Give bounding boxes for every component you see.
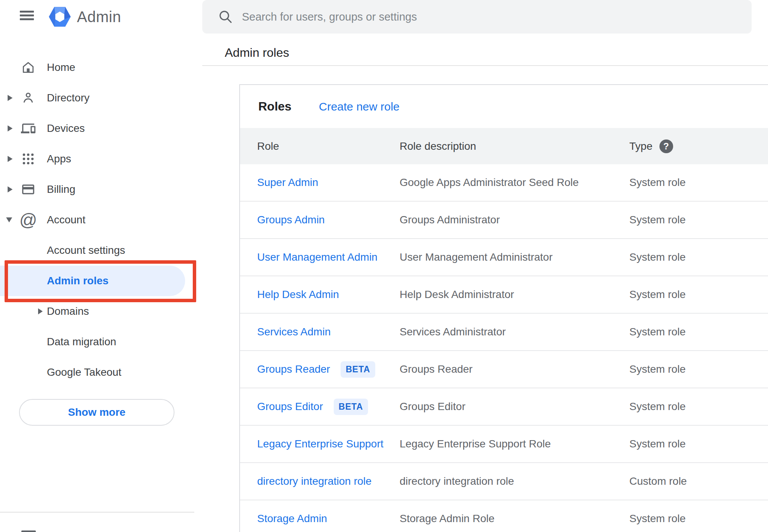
sidebar-item-admin-roles[interactable]: Admin roles: [0, 266, 185, 296]
header-divider: [202, 65, 768, 66]
beta-badge: BETA: [341, 361, 375, 378]
sidebar-item-directory[interactable]: Directory: [0, 83, 202, 113]
role-link[interactable]: User Management Admin: [257, 251, 378, 263]
sidebar-item-label: Account settings: [47, 244, 125, 256]
role-description: Storage Admin Role: [400, 513, 629, 525]
role-type: System role: [629, 438, 768, 450]
devices-icon: [21, 121, 36, 136]
role-description: directory integration role: [400, 475, 629, 487]
sidebar-item-label: Domains: [47, 305, 89, 317]
role-description: User Management Administrator: [400, 251, 629, 263]
expand-arrow-icon[interactable]: [8, 156, 13, 162]
show-more-button[interactable]: Show more: [19, 399, 174, 426]
role-link[interactable]: directory integration role: [257, 475, 371, 487]
credit-card-icon: [21, 182, 36, 197]
role-link[interactable]: Groups Editor: [257, 401, 323, 413]
menu-icon[interactable]: [20, 11, 34, 20]
sidebar-item-label: Apps: [47, 153, 71, 165]
table-row-groups-reader[interactable]: Groups Reader BETA Groups Reader System …: [240, 351, 768, 388]
role-description: Groups Administrator: [400, 214, 629, 226]
table-row-user-management-admin[interactable]: User Management Admin User Management Ad…: [240, 239, 768, 276]
role-type: System role: [629, 288, 768, 301]
help-icon[interactable]: ?: [659, 139, 673, 153]
card-title: Roles: [258, 85, 291, 128]
role-type: Custom role: [629, 475, 768, 487]
clipped-sidebar-icon: [21, 530, 36, 532]
google-admin-console: Admin Home Directory D: [0, 0, 768, 532]
role-description: Groups Editor: [400, 401, 629, 413]
sidebar-item-billing[interactable]: Billing: [0, 174, 202, 205]
role-description: Help Desk Administrator: [400, 288, 629, 301]
roles-card-header: Roles Create new role: [240, 85, 768, 128]
role-link[interactable]: Help Desk Admin: [257, 288, 339, 301]
sidebar-item-label: Devices: [47, 122, 85, 135]
role-description: Google Apps Administrator Seed Role: [400, 176, 629, 189]
search-input[interactable]: [242, 5, 752, 28]
sidebar-item-label: Admin roles: [47, 275, 109, 287]
apps-grid-icon: [21, 151, 36, 167]
sidebar-item-label: Data migration: [47, 336, 116, 348]
expand-arrow-icon[interactable]: [38, 308, 43, 314]
sidebar-item-label: Directory: [47, 92, 90, 104]
admin-hexagon-logo-icon: [48, 5, 72, 28]
sidebar-item-account[interactable]: @ Account: [0, 205, 202, 235]
table-row-groups-admin[interactable]: Groups Admin Groups Administrator System…: [240, 202, 768, 239]
role-type: System role: [629, 513, 768, 525]
role-link[interactable]: Super Admin: [257, 176, 318, 189]
role-type: System role: [629, 401, 768, 413]
beta-badge: BETA: [334, 399, 368, 415]
table-row-storage-admin[interactable]: Storage Admin Storage Admin Role System …: [240, 500, 768, 532]
expand-arrow-icon[interactable]: [8, 186, 13, 192]
role-link[interactable]: Services Admin: [257, 326, 331, 338]
expand-arrow-icon[interactable]: [8, 125, 13, 131]
sidebar-nav: Home Directory Devices: [0, 52, 202, 388]
column-header-role-description: Role description: [400, 140, 629, 152]
expand-arrow-icon[interactable]: [8, 95, 13, 101]
sidebar-item-label: Home: [47, 61, 75, 74]
sidebar-item-label: Account: [47, 214, 85, 226]
sidebar-item-devices[interactable]: Devices: [0, 113, 202, 144]
search-bar: [202, 0, 752, 34]
sidebar-item-domains[interactable]: Domains: [0, 296, 202, 327]
sidebar: Admin Home Directory D: [0, 0, 202, 532]
role-link[interactable]: Storage Admin: [257, 513, 327, 525]
table-row-groups-editor[interactable]: Groups Editor BETA Groups Editor System …: [240, 388, 768, 426]
role-type: System role: [629, 214, 768, 226]
sidebar-item-account-settings[interactable]: Account settings: [0, 235, 202, 266]
admin-logo: Admin: [48, 5, 121, 28]
table-row-services-admin[interactable]: Services Admin Services Administrator Sy…: [240, 314, 768, 351]
roles-card: Roles Create new role Role Role descript…: [239, 84, 768, 532]
role-link[interactable]: Legacy Enterprise Support: [257, 438, 384, 450]
sidebar-bottom-divider: [0, 512, 194, 513]
role-link[interactable]: Groups Admin: [257, 214, 325, 226]
sidebar-item-label: Billing: [47, 183, 75, 195]
column-header-type: Type ?: [629, 139, 768, 153]
table-row-directory-integration-role[interactable]: directory integration role directory int…: [240, 463, 768, 500]
logo-wordmark: Admin: [77, 8, 121, 26]
at-sign-icon: @: [21, 212, 36, 228]
search-icon: [218, 9, 234, 25]
role-type: System role: [629, 176, 768, 189]
table-header-row: Role Role description Type ?: [240, 128, 768, 164]
sidebar-item-home[interactable]: Home: [0, 52, 202, 83]
person-icon: [21, 90, 36, 106]
sidebar-item-label: Google Takeout: [47, 366, 122, 378]
role-description: Groups Reader: [400, 363, 629, 375]
table-row-help-desk-admin[interactable]: Help Desk Admin Help Desk Administrator …: [240, 276, 768, 314]
table-row-super-admin[interactable]: Super Admin Google Apps Administrator Se…: [240, 164, 768, 202]
role-type: System role: [629, 363, 768, 375]
role-description: Services Administrator: [400, 326, 629, 338]
collapse-arrow-icon[interactable]: [6, 218, 12, 223]
role-description: Legacy Enterprise Support Role: [400, 438, 629, 450]
sidebar-item-apps[interactable]: Apps: [0, 144, 202, 174]
role-link[interactable]: Groups Reader: [257, 363, 330, 375]
table-row-legacy-enterprise-support[interactable]: Legacy Enterprise Support Legacy Enterpr…: [240, 426, 768, 463]
sidebar-item-data-migration[interactable]: Data migration: [0, 327, 202, 357]
home-icon: [21, 60, 36, 75]
breadcrumb: Admin roles: [225, 45, 289, 60]
role-type: System role: [629, 251, 768, 263]
role-type: System role: [629, 326, 768, 338]
create-new-role-link[interactable]: Create new role: [319, 85, 400, 128]
column-header-role: Role: [257, 140, 400, 152]
sidebar-item-google-takeout[interactable]: Google Takeout: [0, 357, 202, 388]
